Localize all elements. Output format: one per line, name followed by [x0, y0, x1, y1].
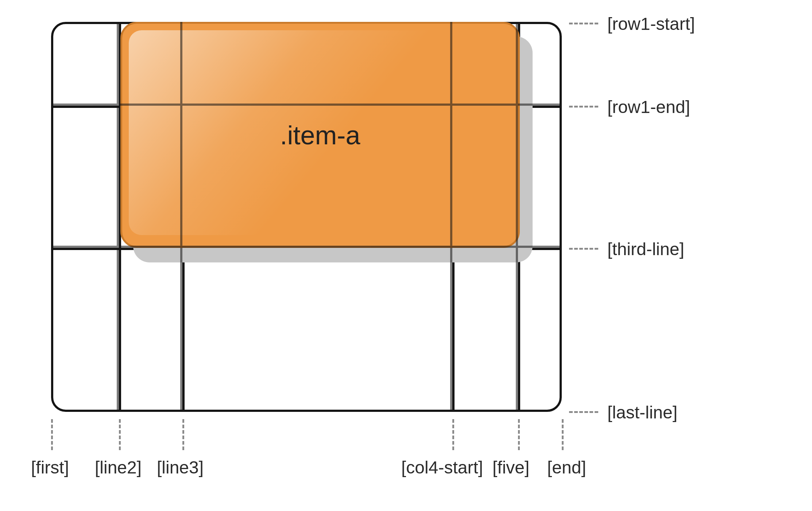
row-label-1: [row1-start]: [607, 14, 695, 34]
dash-row-1: [569, 23, 598, 24]
row-label-2: [row1-end]: [607, 97, 690, 117]
grid-diagram: .item-a [first] [line2] [line3] [col4-st…: [0, 0, 812, 511]
col-label-1: [first]: [31, 457, 69, 477]
col-label-4: [col4-start]: [401, 457, 483, 477]
dash-col-3: [182, 419, 184, 450]
dash-row-4: [569, 411, 598, 413]
dash-row-2: [569, 106, 598, 108]
dash-col-5: [518, 419, 520, 450]
dash-col-4: [452, 419, 454, 450]
dash-col-6: [562, 419, 564, 450]
row-label-4: [last-line]: [607, 402, 677, 422]
col-label-2: [line2]: [95, 457, 142, 477]
dash-col-1: [51, 419, 53, 450]
col-label-3: [line3]: [157, 457, 204, 477]
col-label-6: [end]: [547, 457, 586, 477]
row-label-3: [third-line]: [607, 239, 684, 259]
col-label-5: [five]: [492, 457, 529, 477]
dash-col-2: [119, 419, 121, 450]
dash-row-3: [569, 248, 598, 250]
item-a-label: .item-a: [120, 120, 520, 150]
